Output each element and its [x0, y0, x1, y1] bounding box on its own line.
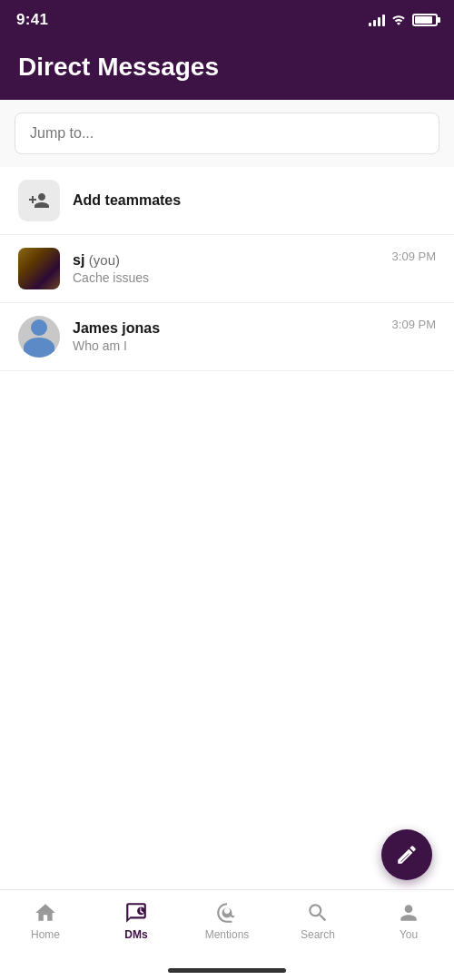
nav-mentions[interactable]: Mentions — [182, 899, 272, 941]
wifi-icon — [390, 13, 407, 28]
nav-home-label: Home — [31, 928, 60, 941]
nav-you[interactable]: You — [363, 899, 454, 941]
jump-to-input[interactable] — [15, 113, 439, 154]
nav-search-label: Search — [301, 928, 335, 941]
header: Direct Messages — [0, 40, 454, 100]
conversation-time-sj: 3:09 PM — [392, 250, 436, 263]
nav-you-label: You — [400, 928, 418, 941]
conversation-item-sj[interactable]: sj (you) Cache issues 3:09 PM — [0, 235, 454, 303]
conversation-time-james: 3:09 PM — [392, 318, 436, 331]
add-teammates-item[interactable]: Add teammates — [0, 167, 454, 235]
battery-icon — [412, 14, 438, 26]
status-icons — [369, 13, 438, 28]
conversation-preview-sj: Cache issues — [73, 270, 392, 285]
conversation-name-sj: sj (you) — [73, 252, 392, 269]
conversation-preview-james: Who am I — [73, 338, 392, 353]
person-body-icon — [24, 338, 54, 358]
search-container — [0, 100, 454, 167]
conversation-item-james[interactable]: James jonas Who am I 3:09 PM — [0, 303, 454, 371]
nav-home[interactable]: Home — [0, 899, 91, 941]
home-indicator — [168, 968, 286, 973]
avatar-sj — [18, 248, 60, 289]
status-time: 9:41 — [16, 11, 48, 29]
you-tag: (you) — [89, 252, 120, 268]
compose-fab[interactable] — [381, 829, 432, 880]
add-teammates-label: Add teammates — [73, 192, 181, 209]
page-title: Direct Messages — [18, 53, 436, 82]
conversation-info-james: James jonas Who am I — [73, 320, 392, 353]
nav-search[interactable]: Search — [272, 899, 363, 941]
conversation-info-sj: sj (you) Cache issues — [73, 252, 392, 285]
status-bar: 9:41 — [0, 0, 454, 40]
nav-mentions-label: Mentions — [205, 928, 250, 941]
signal-icon — [369, 14, 385, 26]
nav-dms[interactable]: DMs — [91, 899, 182, 941]
bottom-nav: Home DMs Mentions Search You — [0, 889, 454, 980]
nav-dms-label: DMs — [124, 928, 147, 941]
content-area: Add teammates sj (you) Cache issues 3:09… — [0, 167, 454, 371]
avatar-james — [18, 316, 60, 358]
person-head-icon — [31, 319, 47, 336]
conversation-name-james: James jonas — [73, 320, 392, 337]
add-teammates-icon — [18, 180, 60, 221]
